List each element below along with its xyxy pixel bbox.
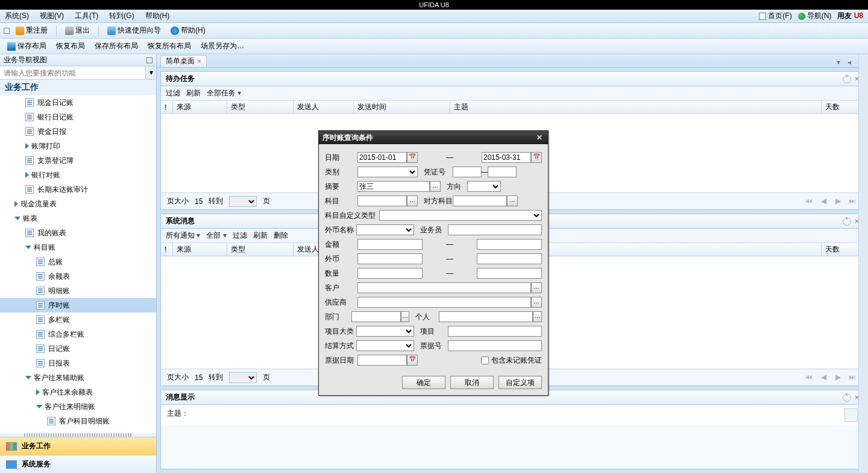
lookup-icon[interactable]: … [430,181,441,192]
direction-select[interactable] [467,181,501,192]
tree-item[interactable]: 日报表 [0,356,156,370]
amount-to[interactable] [477,239,542,250]
custom-button[interactable]: 自定义项 [498,376,542,389]
col-subject[interactable]: 主题 [450,101,822,113]
fcname-select[interactable] [356,224,414,235]
tree-item[interactable]: 日记账 [0,341,156,356]
settle-select[interactable] [356,340,414,351]
tree-item[interactable]: 科目账 [0,240,156,255]
msg-all[interactable]: 全部 [206,230,226,241]
col-source[interactable]: 来源 [173,101,227,113]
btn-restore-layout[interactable]: 恢复布局 [52,40,89,52]
person-input[interactable] [439,311,533,322]
prev-page-icon[interactable]: ◀ [818,373,829,383]
menu-tools[interactable]: 工具(T) [75,11,98,21]
tree-item[interactable]: 银行日记账 [0,110,156,124]
date-to-input[interactable] [482,152,531,163]
tab-simple-desktop[interactable]: 简单桌面× [160,55,207,67]
projcat-select[interactable] [356,326,414,337]
amount-from[interactable] [357,239,423,250]
tree-item[interactable]: 总账 [0,255,156,269]
col-sender[interactable]: 发送人 [294,101,354,113]
qty-to[interactable] [477,268,542,279]
link-home[interactable]: 首页(F) [759,11,791,21]
menu-help[interactable]: 帮助(H) [145,11,170,21]
collapse-icon[interactable]: ˄ [843,217,851,226]
tree-item[interactable]: 余额表 [0,269,156,284]
btn-wizard[interactable]: 快速使用向导 [104,24,165,37]
navbar-sys[interactable]: 系统服务 [0,455,156,473]
include-unposted-check[interactable]: 包含未记账凭证 [481,355,542,366]
collapse-icon[interactable]: ˄ [843,393,851,402]
collapse-icon[interactable]: ˄ [843,75,851,83]
last-page-icon[interactable]: ⏭ [847,373,858,383]
fc-from[interactable] [357,253,423,264]
btn-save-all-layout[interactable]: 保存所有布局 [91,40,142,52]
tabstrip-prev[interactable]: ◂ [845,59,854,67]
tasks-filter[interactable]: 过滤 [166,88,180,98]
tree-item[interactable]: 长期未达账审计 [0,182,156,197]
menu-view[interactable]: 视图(V) [40,11,64,21]
goto-select[interactable] [229,372,257,383]
tree-item[interactable]: 客户往来明细账 [0,399,156,414]
btn-restore-all-layout[interactable]: 恢复所有布局 [144,40,195,52]
col-bang[interactable]: ! [161,101,173,113]
last-page-icon[interactable]: ⏭ [847,197,858,206]
msg-notice[interactable]: 所有通知 [166,230,200,241]
oppsubject-input[interactable] [453,195,507,206]
qty-from[interactable] [357,268,423,279]
first-page-icon[interactable]: ⏮ [804,373,814,383]
dialog-close-icon[interactable]: ✕ [535,133,544,142]
msg-detail-icon[interactable] [844,408,858,422]
navbar-biz[interactable]: 业务工作 [0,437,156,455]
lookup-icon[interactable]: … [407,195,418,206]
tree-item[interactable]: 多栏账 [0,313,156,327]
btn-help[interactable]: 帮助(H) [167,24,209,37]
col-source[interactable]: 来源 [173,243,227,256]
msg-refresh[interactable]: 刷新 [253,230,268,241]
pin-icon[interactable] [146,57,153,63]
project-input[interactable] [448,326,542,337]
salesman-input[interactable] [448,224,542,235]
tree-item[interactable]: 支票登记簿 [0,153,156,168]
lookup-icon[interactable]: … [507,195,518,206]
tree-item[interactable]: 资金日报 [0,124,156,139]
lookup-icon[interactable]: … [401,311,410,322]
ok-button[interactable]: 确定 [402,376,445,389]
msg-delete[interactable]: 删除 [274,230,288,241]
col-type[interactable]: 类型 [227,243,294,256]
prev-page-icon[interactable]: ◀ [818,197,829,206]
summary-input[interactable] [357,181,430,192]
btn-reregister[interactable]: 重注册 [12,24,51,37]
next-page-icon[interactable]: ▶ [832,197,843,206]
lookup-icon[interactable]: … [533,311,542,322]
tree-item[interactable]: 银行对账 [0,168,156,182]
col-days[interactable]: 天数 [822,101,864,113]
tree-item[interactable]: 我的账表 [0,226,156,240]
btn-save-layout[interactable]: 保存布局 [4,40,50,52]
link-nav[interactable]: 导航(N) [798,11,832,21]
tree-item[interactable]: 现金日记账 [0,95,156,110]
tree-item[interactable]: 现金流量表 [0,197,156,211]
cancel-button[interactable]: 取消 [450,376,494,389]
lookup-icon[interactable]: … [531,297,542,308]
btn-exit[interactable]: 退出 [61,24,93,37]
tree-item[interactable]: 客户往来辅助账 [0,370,156,385]
calendar-icon[interactable]: 📅 [407,355,418,366]
tree-item[interactable]: 账表 [0,211,156,226]
tasks-refresh[interactable]: 刷新 [186,88,201,98]
calendar-icon[interactable]: 📅 [407,152,418,163]
col-bang[interactable]: ! [161,243,173,256]
dialog-titlebar[interactable]: 序时账查询条件 ✕ [319,131,548,144]
menu-goto[interactable]: 转到(G) [109,11,134,21]
voucherno-to[interactable] [488,167,517,177]
btn-save-scene[interactable]: 场景另存为… [197,40,248,52]
tree-item[interactable]: 序时账 [0,298,156,313]
lookup-icon[interactable]: … [531,282,542,293]
calendar-icon[interactable]: 📅 [531,152,542,163]
menu-system[interactable]: 系统(S) [5,11,29,21]
panel-picker-icon[interactable] [4,28,10,34]
subject-input[interactable] [357,195,407,206]
goto-select[interactable] [229,196,257,207]
msg-filter[interactable]: 过滤 [233,230,247,241]
